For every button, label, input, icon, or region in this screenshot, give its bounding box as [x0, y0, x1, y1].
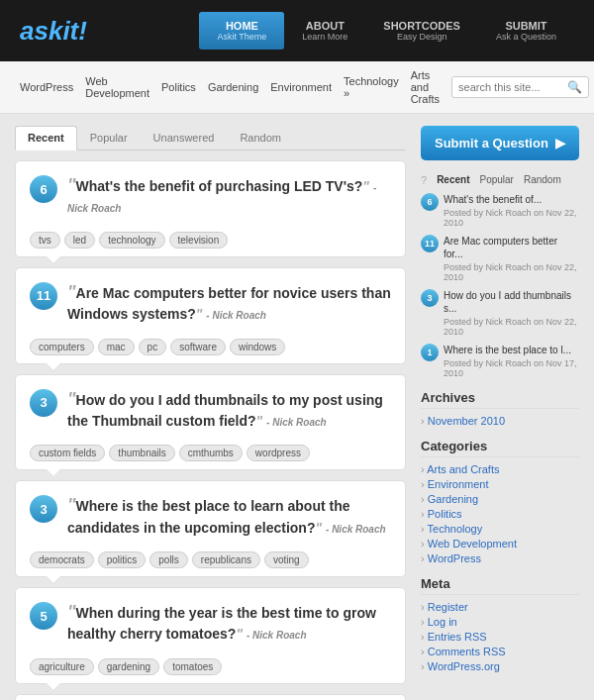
close-quote: ": [196, 306, 203, 322]
search-input[interactable]: [458, 81, 567, 93]
meta-link[interactable]: WordPress.org: [421, 660, 579, 672]
cat-nav-item[interactable]: Gardening: [208, 81, 258, 93]
question-header: 3 "How do you I add thumbnails to my pos…: [30, 387, 391, 432]
categories-title: Categories: [421, 439, 579, 457]
question-tags: agriculturegardeningtomatoes: [30, 652, 391, 675]
tag[interactable]: agriculture: [30, 658, 94, 675]
tag[interactable]: gardening: [98, 658, 159, 675]
nav-item-home[interactable]: HOMEAskit Theme: [199, 12, 284, 50]
sidebar-tab-random[interactable]: Random: [520, 172, 565, 187]
submit-arrow-icon: ▶: [555, 136, 565, 150]
cat-nav-item[interactable]: Politics: [161, 81, 196, 93]
search-box[interactable]: 🔍: [451, 76, 589, 98]
sidebar-question-meta: Posted by Nick Roach on Nov 22, 2010: [444, 262, 579, 282]
sidebar-recent-section: ?RecentPopularRandom 6 What's the benefi…: [421, 172, 579, 378]
question-tags: tvsledtechnologytelevision: [30, 226, 391, 249]
sidebar-answer-count: 1: [421, 344, 439, 361]
tag[interactable]: led: [64, 232, 95, 249]
meta-link[interactable]: Register: [421, 601, 579, 613]
submit-question-button[interactable]: Submit a Question ▶: [421, 126, 579, 160]
question-tags: custom fieldsthumbnailscmthumbswordpress: [30, 439, 391, 461]
open-quote: ": [67, 602, 76, 622]
nav-item-about[interactable]: ABOUTLearn More: [284, 12, 365, 50]
category-link[interactable]: Gardening: [421, 493, 579, 505]
tab-popular[interactable]: Popular: [77, 126, 141, 150]
sidebar-question-meta: Posted by Nick Roach on Nov 17, 2010: [444, 358, 579, 378]
meta-link[interactable]: Log in: [421, 616, 579, 628]
open-quote: ": [67, 495, 76, 515]
category-link[interactable]: Technology: [421, 523, 579, 535]
cat-nav-item[interactable]: Technology »: [344, 75, 399, 99]
archives-links: November 2010: [421, 415, 579, 427]
meta-title: Meta: [421, 576, 579, 595]
categories-links: Arts and CraftsEnvironmentGardeningPolit…: [421, 463, 579, 564]
questions-list: 6 "What's the benefit of purchasing LED …: [15, 160, 406, 700]
tag[interactable]: tvs: [30, 232, 60, 249]
nav-item-submit[interactable]: SUBMITAsk a Question: [478, 12, 574, 50]
meta-link[interactable]: Entries RSS: [421, 631, 579, 643]
open-quote: ": [67, 282, 76, 302]
cat-nav-item[interactable]: Web Development: [85, 75, 149, 99]
archive-link[interactable]: November 2010: [421, 415, 579, 427]
tag[interactable]: cmthumbs: [179, 445, 243, 461]
category-link[interactable]: WordPress: [421, 552, 579, 564]
sidebar-question-item: 3 How do you I add thumbnails s... Poste…: [421, 289, 579, 337]
meta-link[interactable]: Comments RSS: [421, 646, 579, 657]
tab-unanswered[interactable]: Unanswered: [141, 126, 228, 150]
sidebar-answer-count: 3: [421, 289, 439, 307]
nav-item-shortcodes[interactable]: SHORTCODESEasy Design: [365, 12, 478, 50]
close-quote: ": [362, 178, 369, 194]
tag[interactable]: thumbnails: [109, 445, 174, 461]
category-link[interactable]: Web Development: [421, 538, 579, 550]
category-link[interactable]: Environment: [421, 478, 579, 490]
question-text: "Where is the best place to learn about …: [67, 493, 391, 538]
sidebar-questions: 6 What's the benefit of... Posted by Nic…: [421, 193, 579, 378]
main-nav: HOMEAskit ThemeABOUTLearn MoreSHORTCODES…: [199, 12, 574, 50]
search-icon[interactable]: 🔍: [567, 80, 582, 94]
tag[interactable]: politics: [98, 551, 147, 568]
sidebar-question-text[interactable]: What's the benefit of...: [444, 193, 579, 206]
category-link[interactable]: Arts and Crafts: [421, 463, 579, 475]
header: askit! HOMEAskit ThemeABOUTLearn MoreSHO…: [0, 0, 594, 61]
tag[interactable]: republicans: [192, 551, 260, 568]
close-quote: ": [315, 520, 322, 536]
question-author: Nick Roach: [247, 630, 307, 641]
sidebar-question-item: 1 Where is the best place to l... Posted…: [421, 344, 579, 378]
open-quote: ": [67, 175, 76, 195]
sidebar-tab-popular[interactable]: Popular: [475, 172, 517, 187]
tag[interactable]: technology: [99, 232, 164, 249]
sidebar-question-meta: Posted by Nick Roach on Nov 22, 2010: [444, 208, 579, 228]
question-tags: computersmacpcsoftwarewindows: [30, 333, 391, 355]
main-layout: RecentPopularUnansweredRandom 6 "What's …: [0, 114, 594, 700]
answer-count: 3: [30, 389, 57, 417]
sidebar-question-meta: Posted by Nick Roach on Nov 22, 2010: [444, 317, 579, 337]
sidebar-question-text[interactable]: Are Mac computers better for...: [444, 235, 579, 260]
category-link[interactable]: Politics: [421, 508, 579, 520]
tag[interactable]: wordpress: [247, 445, 310, 461]
sidebar-archives: Archives November 2010: [421, 390, 579, 427]
cat-nav-item[interactable]: WordPress: [20, 81, 73, 93]
cat-nav-item[interactable]: Environment: [270, 81, 332, 93]
sidebar-question-text[interactable]: How do you I add thumbnails s...: [444, 289, 579, 315]
sidebar: Submit a Question ▶ ?RecentPopularRandom…: [421, 126, 579, 700]
tag[interactable]: mac: [98, 339, 135, 355]
tag[interactable]: voting: [264, 551, 309, 568]
sidebar-question-text[interactable]: Where is the best place to l...: [444, 344, 579, 356]
sidebar-question-item: 6 What's the benefit of... Posted by Nic…: [421, 193, 579, 228]
sidebar-categories: Categories Arts and CraftsEnvironmentGar…: [421, 439, 579, 564]
question-card: 6 "What's the benefit of purchasing LED …: [15, 160, 406, 257]
tag[interactable]: polls: [149, 551, 188, 568]
sidebar-answer-count: 6: [421, 193, 439, 211]
tag[interactable]: software: [170, 339, 226, 355]
tag[interactable]: pc: [139, 339, 167, 355]
tag[interactable]: windows: [230, 339, 285, 355]
tag[interactable]: custom fields: [30, 445, 105, 461]
cat-nav-item[interactable]: Arts and Crafts: [411, 69, 440, 105]
tag[interactable]: computers: [30, 339, 94, 355]
tab-random[interactable]: Random: [227, 126, 294, 150]
tab-recent[interactable]: Recent: [15, 126, 77, 150]
tag[interactable]: democrats: [30, 551, 94, 568]
sidebar-tab-recent[interactable]: Recent: [433, 172, 473, 187]
tag[interactable]: tomatoes: [163, 658, 222, 675]
tag[interactable]: television: [169, 232, 229, 249]
